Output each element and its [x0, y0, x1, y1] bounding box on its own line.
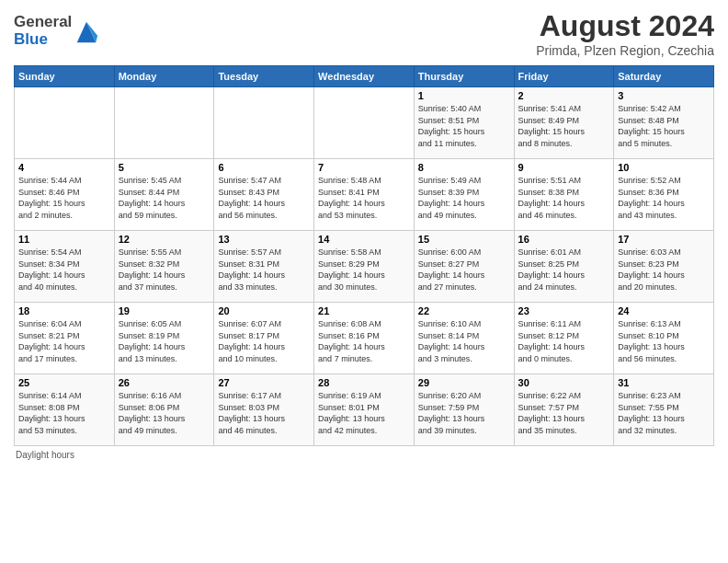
logo-icon	[74, 18, 99, 44]
day-number: 13	[218, 234, 310, 245]
day-number: 15	[418, 234, 510, 245]
footer-note: Daylight hours	[14, 450, 714, 460]
day-number: 11	[18, 234, 110, 245]
weekday-row: SundayMondayTuesdayWednesdayThursdayFrid…	[15, 66, 714, 87]
day-number: 3	[618, 90, 710, 101]
day-number: 26	[119, 377, 210, 388]
day-number: 17	[618, 234, 710, 245]
day-info: Sunrise: 5:57 AM Sunset: 8:31 PM Dayligh…	[218, 247, 310, 293]
day-number: 27	[218, 377, 310, 388]
week-row-1: 1Sunrise: 5:40 AM Sunset: 8:51 PM Daylig…	[15, 87, 714, 159]
day-info: Sunrise: 6:20 AM Sunset: 7:59 PM Dayligh…	[418, 390, 510, 436]
day-info: Sunrise: 5:47 AM Sunset: 8:43 PM Dayligh…	[218, 175, 310, 221]
calendar-cell: 6Sunrise: 5:47 AM Sunset: 8:43 PM Daylig…	[214, 159, 314, 231]
week-row-5: 25Sunrise: 6:14 AM Sunset: 8:08 PM Dayli…	[15, 374, 714, 446]
day-number: 25	[18, 377, 110, 388]
day-number: 5	[119, 162, 210, 173]
day-number: 4	[18, 162, 110, 173]
day-info: Sunrise: 5:54 AM Sunset: 8:34 PM Dayligh…	[18, 247, 110, 293]
calendar-cell: 30Sunrise: 6:22 AM Sunset: 7:57 PM Dayli…	[514, 374, 614, 446]
calendar-cell: 17Sunrise: 6:03 AM Sunset: 8:23 PM Dayli…	[614, 231, 714, 303]
page-container: General Blue August 2024 Primda, Plzen R…	[0, 0, 728, 465]
day-info: Sunrise: 6:23 AM Sunset: 7:55 PM Dayligh…	[618, 390, 710, 436]
footer-note-text: Daylight hours	[16, 450, 74, 460]
calendar-cell: 3Sunrise: 5:42 AM Sunset: 8:48 PM Daylig…	[614, 87, 714, 159]
calendar-cell: 19Sunrise: 6:05 AM Sunset: 8:19 PM Dayli…	[114, 303, 214, 374]
day-info: Sunrise: 5:40 AM Sunset: 8:51 PM Dayligh…	[418, 103, 510, 149]
calendar-cell: 9Sunrise: 5:51 AM Sunset: 8:38 PM Daylig…	[514, 159, 614, 231]
week-row-4: 18Sunrise: 6:04 AM Sunset: 8:21 PM Dayli…	[15, 303, 714, 374]
day-number: 28	[318, 377, 410, 388]
day-number: 29	[418, 377, 510, 388]
day-number: 30	[518, 377, 610, 388]
calendar-cell	[114, 87, 214, 159]
day-info: Sunrise: 6:14 AM Sunset: 8:08 PM Dayligh…	[18, 390, 110, 436]
day-info: Sunrise: 6:04 AM Sunset: 8:21 PM Dayligh…	[18, 318, 110, 364]
calendar-cell	[314, 87, 415, 159]
calendar-cell: 15Sunrise: 6:00 AM Sunset: 8:27 PM Dayli…	[414, 231, 514, 303]
calendar-cell: 28Sunrise: 6:19 AM Sunset: 8:01 PM Dayli…	[314, 374, 415, 446]
calendar-cell: 21Sunrise: 6:08 AM Sunset: 8:16 PM Dayli…	[314, 303, 415, 374]
day-info: Sunrise: 5:41 AM Sunset: 8:49 PM Dayligh…	[518, 103, 610, 149]
weekday-header-tuesday: Tuesday	[214, 66, 314, 87]
logo: General Blue	[14, 14, 99, 48]
header: General Blue August 2024 Primda, Plzen R…	[14, 9, 714, 58]
day-number: 19	[119, 305, 210, 316]
day-info: Sunrise: 5:51 AM Sunset: 8:38 PM Dayligh…	[518, 175, 610, 221]
day-number: 18	[18, 305, 110, 316]
day-info: Sunrise: 5:49 AM Sunset: 8:39 PM Dayligh…	[418, 175, 510, 221]
day-info: Sunrise: 5:52 AM Sunset: 8:36 PM Dayligh…	[618, 175, 710, 221]
title-block: August 2024 Primda, Plzen Region, Czechi…	[536, 9, 714, 58]
day-info: Sunrise: 5:42 AM Sunset: 8:48 PM Dayligh…	[618, 103, 710, 149]
calendar-cell: 29Sunrise: 6:20 AM Sunset: 7:59 PM Dayli…	[414, 374, 514, 446]
calendar-cell: 25Sunrise: 6:14 AM Sunset: 8:08 PM Dayli…	[15, 374, 115, 446]
day-info: Sunrise: 6:00 AM Sunset: 8:27 PM Dayligh…	[418, 247, 510, 293]
day-number: 14	[318, 234, 410, 245]
weekday-header-thursday: Thursday	[414, 66, 514, 87]
calendar-cell: 12Sunrise: 5:55 AM Sunset: 8:32 PM Dayli…	[114, 231, 214, 303]
day-number: 31	[618, 377, 710, 388]
day-number: 16	[518, 234, 610, 245]
week-row-3: 11Sunrise: 5:54 AM Sunset: 8:34 PM Dayli…	[15, 231, 714, 303]
week-row-2: 4Sunrise: 5:44 AM Sunset: 8:46 PM Daylig…	[15, 159, 714, 231]
calendar-cell: 26Sunrise: 6:16 AM Sunset: 8:06 PM Dayli…	[114, 374, 214, 446]
calendar-cell: 18Sunrise: 6:04 AM Sunset: 8:21 PM Dayli…	[15, 303, 115, 374]
calendar-header: SundayMondayTuesdayWednesdayThursdayFrid…	[15, 66, 714, 87]
main-title: August 2024	[536, 9, 714, 43]
calendar-cell: 31Sunrise: 6:23 AM Sunset: 7:55 PM Dayli…	[614, 374, 714, 446]
day-info: Sunrise: 6:10 AM Sunset: 8:14 PM Dayligh…	[418, 318, 510, 364]
day-info: Sunrise: 6:03 AM Sunset: 8:23 PM Dayligh…	[618, 247, 710, 293]
day-info: Sunrise: 6:13 AM Sunset: 8:10 PM Dayligh…	[618, 318, 710, 364]
calendar-cell: 1Sunrise: 5:40 AM Sunset: 8:51 PM Daylig…	[414, 87, 514, 159]
calendar-cell: 4Sunrise: 5:44 AM Sunset: 8:46 PM Daylig…	[15, 159, 115, 231]
calendar-body: 1Sunrise: 5:40 AM Sunset: 8:51 PM Daylig…	[15, 87, 714, 446]
calendar-cell: 23Sunrise: 6:11 AM Sunset: 8:12 PM Dayli…	[514, 303, 614, 374]
day-info: Sunrise: 5:48 AM Sunset: 8:41 PM Dayligh…	[318, 175, 410, 221]
day-number: 7	[318, 162, 410, 173]
day-info: Sunrise: 5:44 AM Sunset: 8:46 PM Dayligh…	[18, 175, 110, 221]
weekday-header-monday: Monday	[114, 66, 214, 87]
day-info: Sunrise: 6:01 AM Sunset: 8:25 PM Dayligh…	[518, 247, 610, 293]
calendar-cell: 10Sunrise: 5:52 AM Sunset: 8:36 PM Dayli…	[614, 159, 714, 231]
day-number: 20	[218, 305, 310, 316]
day-info: Sunrise: 6:05 AM Sunset: 8:19 PM Dayligh…	[119, 318, 210, 364]
calendar-table: SundayMondayTuesdayWednesdayThursdayFrid…	[14, 65, 714, 446]
day-number: 6	[218, 162, 310, 173]
day-number: 8	[418, 162, 510, 173]
subtitle: Primda, Plzen Region, Czechia	[536, 43, 714, 58]
calendar-cell: 7Sunrise: 5:48 AM Sunset: 8:41 PM Daylig…	[314, 159, 415, 231]
day-info: Sunrise: 5:58 AM Sunset: 8:29 PM Dayligh…	[318, 247, 410, 293]
day-number: 9	[518, 162, 610, 173]
weekday-header-saturday: Saturday	[614, 66, 714, 87]
day-info: Sunrise: 6:08 AM Sunset: 8:16 PM Dayligh…	[318, 318, 410, 364]
calendar-cell: 27Sunrise: 6:17 AM Sunset: 8:03 PM Dayli…	[214, 374, 314, 446]
weekday-header-wednesday: Wednesday	[314, 66, 415, 87]
day-info: Sunrise: 6:16 AM Sunset: 8:06 PM Dayligh…	[119, 390, 210, 436]
calendar-cell: 5Sunrise: 5:45 AM Sunset: 8:44 PM Daylig…	[114, 159, 214, 231]
calendar-cell	[214, 87, 314, 159]
day-number: 23	[518, 305, 610, 316]
calendar-cell: 2Sunrise: 5:41 AM Sunset: 8:49 PM Daylig…	[514, 87, 614, 159]
calendar-cell: 13Sunrise: 5:57 AM Sunset: 8:31 PM Dayli…	[214, 231, 314, 303]
day-info: Sunrise: 5:55 AM Sunset: 8:32 PM Dayligh…	[119, 247, 210, 293]
calendar-cell: 24Sunrise: 6:13 AM Sunset: 8:10 PM Dayli…	[614, 303, 714, 374]
